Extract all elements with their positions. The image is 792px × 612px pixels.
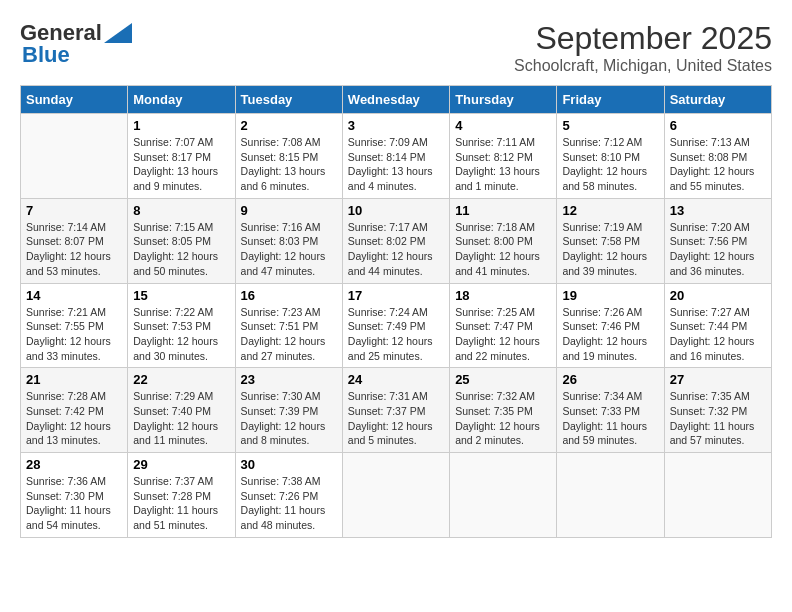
day-number: 15 [133,288,229,303]
day-number: 22 [133,372,229,387]
day-number: 2 [241,118,337,133]
calendar-cell [557,453,664,538]
week-row-1: 1Sunrise: 7:07 AM Sunset: 8:17 PM Daylig… [21,114,772,199]
day-info: Sunrise: 7:34 AM Sunset: 7:33 PM Dayligh… [562,389,658,448]
calendar-cell: 17Sunrise: 7:24 AM Sunset: 7:49 PM Dayli… [342,283,449,368]
day-number: 3 [348,118,444,133]
day-number: 9 [241,203,337,218]
day-number: 27 [670,372,766,387]
calendar-cell: 20Sunrise: 7:27 AM Sunset: 7:44 PM Dayli… [664,283,771,368]
day-number: 18 [455,288,551,303]
week-row-2: 7Sunrise: 7:14 AM Sunset: 8:07 PM Daylig… [21,198,772,283]
calendar-cell [21,114,128,199]
calendar-table: SundayMondayTuesdayWednesdayThursdayFrid… [20,85,772,538]
calendar-cell: 10Sunrise: 7:17 AM Sunset: 8:02 PM Dayli… [342,198,449,283]
day-number: 12 [562,203,658,218]
calendar-cell: 4Sunrise: 7:11 AM Sunset: 8:12 PM Daylig… [450,114,557,199]
day-info: Sunrise: 7:07 AM Sunset: 8:17 PM Dayligh… [133,135,229,194]
day-info: Sunrise: 7:16 AM Sunset: 8:03 PM Dayligh… [241,220,337,279]
column-header-wednesday: Wednesday [342,86,449,114]
day-number: 11 [455,203,551,218]
day-number: 24 [348,372,444,387]
calendar-cell: 3Sunrise: 7:09 AM Sunset: 8:14 PM Daylig… [342,114,449,199]
day-number: 28 [26,457,122,472]
day-number: 19 [562,288,658,303]
day-info: Sunrise: 7:28 AM Sunset: 7:42 PM Dayligh… [26,389,122,448]
day-number: 8 [133,203,229,218]
calendar-cell: 6Sunrise: 7:13 AM Sunset: 8:08 PM Daylig… [664,114,771,199]
day-number: 4 [455,118,551,133]
column-header-tuesday: Tuesday [235,86,342,114]
day-info: Sunrise: 7:36 AM Sunset: 7:30 PM Dayligh… [26,474,122,533]
day-info: Sunrise: 7:13 AM Sunset: 8:08 PM Dayligh… [670,135,766,194]
calendar-cell: 27Sunrise: 7:35 AM Sunset: 7:32 PM Dayli… [664,368,771,453]
day-info: Sunrise: 7:19 AM Sunset: 7:58 PM Dayligh… [562,220,658,279]
day-info: Sunrise: 7:37 AM Sunset: 7:28 PM Dayligh… [133,474,229,533]
day-info: Sunrise: 7:08 AM Sunset: 8:15 PM Dayligh… [241,135,337,194]
title-block: September 2025 Schoolcraft, Michigan, Un… [514,20,772,75]
day-number: 26 [562,372,658,387]
calendar-cell: 12Sunrise: 7:19 AM Sunset: 7:58 PM Dayli… [557,198,664,283]
logo-icon [104,23,132,43]
calendar-cell: 28Sunrise: 7:36 AM Sunset: 7:30 PM Dayli… [21,453,128,538]
day-number: 6 [670,118,766,133]
calendar-cell: 25Sunrise: 7:32 AM Sunset: 7:35 PM Dayli… [450,368,557,453]
calendar-cell: 18Sunrise: 7:25 AM Sunset: 7:47 PM Dayli… [450,283,557,368]
week-row-4: 21Sunrise: 7:28 AM Sunset: 7:42 PM Dayli… [21,368,772,453]
day-info: Sunrise: 7:12 AM Sunset: 8:10 PM Dayligh… [562,135,658,194]
day-info: Sunrise: 7:18 AM Sunset: 8:00 PM Dayligh… [455,220,551,279]
calendar-cell: 16Sunrise: 7:23 AM Sunset: 7:51 PM Dayli… [235,283,342,368]
day-info: Sunrise: 7:22 AM Sunset: 7:53 PM Dayligh… [133,305,229,364]
calendar-cell [450,453,557,538]
day-number: 23 [241,372,337,387]
calendar-cell: 5Sunrise: 7:12 AM Sunset: 8:10 PM Daylig… [557,114,664,199]
day-number: 10 [348,203,444,218]
day-info: Sunrise: 7:11 AM Sunset: 8:12 PM Dayligh… [455,135,551,194]
calendar-cell: 1Sunrise: 7:07 AM Sunset: 8:17 PM Daylig… [128,114,235,199]
calendar-cell: 29Sunrise: 7:37 AM Sunset: 7:28 PM Dayli… [128,453,235,538]
calendar-cell: 15Sunrise: 7:22 AM Sunset: 7:53 PM Dayli… [128,283,235,368]
day-info: Sunrise: 7:17 AM Sunset: 8:02 PM Dayligh… [348,220,444,279]
calendar-cell: 9Sunrise: 7:16 AM Sunset: 8:03 PM Daylig… [235,198,342,283]
calendar-cell: 8Sunrise: 7:15 AM Sunset: 8:05 PM Daylig… [128,198,235,283]
svg-marker-0 [104,23,132,43]
day-info: Sunrise: 7:31 AM Sunset: 7:37 PM Dayligh… [348,389,444,448]
day-info: Sunrise: 7:09 AM Sunset: 8:14 PM Dayligh… [348,135,444,194]
calendar-cell: 2Sunrise: 7:08 AM Sunset: 8:15 PM Daylig… [235,114,342,199]
calendar-subtitle: Schoolcraft, Michigan, United States [514,57,772,75]
calendar-cell: 24Sunrise: 7:31 AM Sunset: 7:37 PM Dayli… [342,368,449,453]
day-info: Sunrise: 7:25 AM Sunset: 7:47 PM Dayligh… [455,305,551,364]
page-header: General Blue September 2025 Schoolcraft,… [20,20,772,75]
calendar-cell: 26Sunrise: 7:34 AM Sunset: 7:33 PM Dayli… [557,368,664,453]
calendar-title: September 2025 [514,20,772,57]
day-number: 30 [241,457,337,472]
calendar-cell: 21Sunrise: 7:28 AM Sunset: 7:42 PM Dayli… [21,368,128,453]
calendar-cell: 11Sunrise: 7:18 AM Sunset: 8:00 PM Dayli… [450,198,557,283]
calendar-cell: 14Sunrise: 7:21 AM Sunset: 7:55 PM Dayli… [21,283,128,368]
column-header-friday: Friday [557,86,664,114]
header-row: SundayMondayTuesdayWednesdayThursdayFrid… [21,86,772,114]
day-number: 21 [26,372,122,387]
day-info: Sunrise: 7:24 AM Sunset: 7:49 PM Dayligh… [348,305,444,364]
day-number: 17 [348,288,444,303]
day-number: 14 [26,288,122,303]
day-number: 5 [562,118,658,133]
week-row-5: 28Sunrise: 7:36 AM Sunset: 7:30 PM Dayli… [21,453,772,538]
day-number: 1 [133,118,229,133]
calendar-cell: 13Sunrise: 7:20 AM Sunset: 7:56 PM Dayli… [664,198,771,283]
day-info: Sunrise: 7:29 AM Sunset: 7:40 PM Dayligh… [133,389,229,448]
day-info: Sunrise: 7:14 AM Sunset: 8:07 PM Dayligh… [26,220,122,279]
calendar-cell [342,453,449,538]
day-number: 29 [133,457,229,472]
day-info: Sunrise: 7:32 AM Sunset: 7:35 PM Dayligh… [455,389,551,448]
column-header-sunday: Sunday [21,86,128,114]
day-info: Sunrise: 7:15 AM Sunset: 8:05 PM Dayligh… [133,220,229,279]
column-header-saturday: Saturday [664,86,771,114]
day-info: Sunrise: 7:23 AM Sunset: 7:51 PM Dayligh… [241,305,337,364]
day-number: 20 [670,288,766,303]
calendar-cell: 19Sunrise: 7:26 AM Sunset: 7:46 PM Dayli… [557,283,664,368]
calendar-cell: 30Sunrise: 7:38 AM Sunset: 7:26 PM Dayli… [235,453,342,538]
day-number: 7 [26,203,122,218]
calendar-cell: 22Sunrise: 7:29 AM Sunset: 7:40 PM Dayli… [128,368,235,453]
day-info: Sunrise: 7:38 AM Sunset: 7:26 PM Dayligh… [241,474,337,533]
